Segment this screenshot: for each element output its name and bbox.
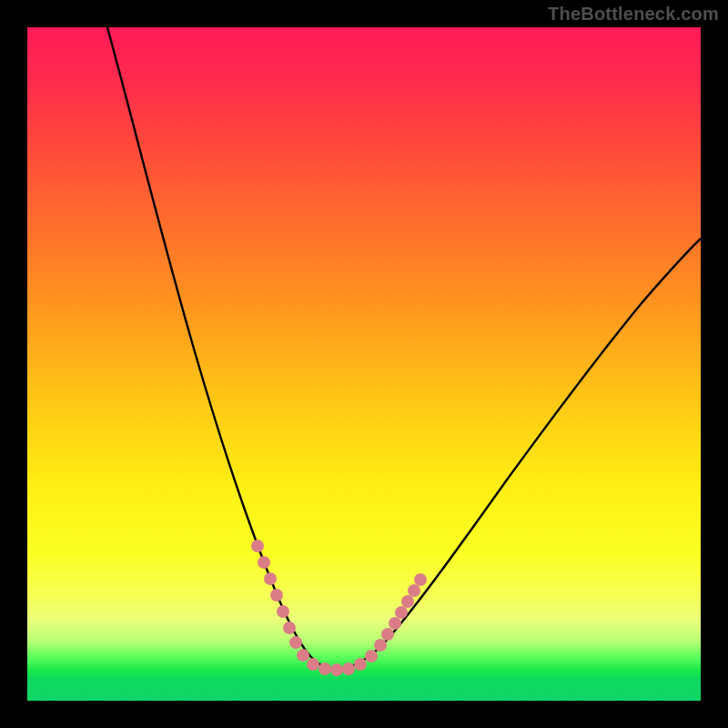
- svg-point-16: [389, 617, 401, 630]
- watermark-text: TheBottleneck.com: [548, 4, 719, 25]
- svg-point-11: [342, 662, 355, 675]
- chart-stage: TheBottleneck.com: [0, 0, 728, 728]
- highlight-markers: [251, 540, 427, 676]
- svg-point-13: [365, 650, 378, 662]
- svg-point-10: [330, 663, 343, 676]
- plot-area: [27, 27, 701, 701]
- svg-point-6: [289, 636, 302, 649]
- svg-point-1: [258, 556, 270, 569]
- svg-point-3: [270, 589, 283, 602]
- svg-point-19: [408, 584, 420, 597]
- bottleneck-curve: [27, 27, 701, 701]
- svg-point-8: [307, 658, 319, 671]
- svg-point-0: [251, 540, 264, 552]
- svg-point-2: [264, 572, 277, 585]
- svg-point-5: [283, 622, 296, 634]
- svg-point-17: [395, 606, 408, 619]
- svg-point-7: [297, 649, 309, 662]
- svg-point-4: [277, 605, 289, 618]
- svg-point-18: [401, 595, 414, 608]
- curve-path: [107, 27, 701, 669]
- svg-point-14: [374, 639, 387, 652]
- svg-point-9: [318, 662, 331, 675]
- svg-point-12: [354, 658, 367, 671]
- svg-point-20: [414, 573, 427, 586]
- svg-point-15: [381, 628, 394, 641]
